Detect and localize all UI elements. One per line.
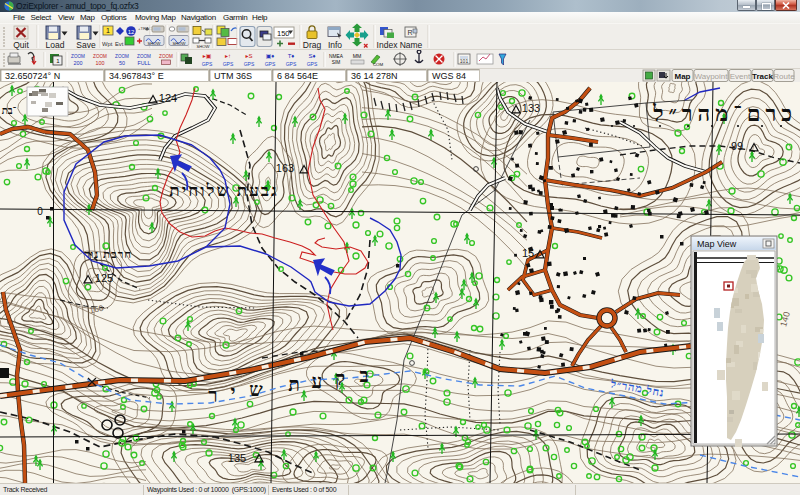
- svg-text:R: R: [407, 29, 412, 36]
- svg-text:ש: ש: [249, 379, 263, 400]
- svg-text:ZOOM: ZOOM: [137, 54, 151, 59]
- svg-text:Save: Save: [76, 40, 96, 50]
- svg-text:FULL: FULL: [137, 60, 150, 66]
- svg-text:ע: ע: [312, 371, 323, 392]
- svg-text:34.967843° E: 34.967843° E: [109, 71, 164, 81]
- svg-text:6 84 564E: 6 84 564E: [277, 71, 318, 81]
- svg-text:־בת: ־בת: [2, 105, 17, 116]
- svg-text:SHOW: SHOW: [196, 44, 209, 49]
- svg-text:GPS: GPS: [223, 61, 234, 67]
- svg-text:ZOOM: ZOOM: [71, 54, 85, 59]
- svg-text:GPS: GPS: [202, 61, 213, 67]
- svg-text:GPS: GPS: [307, 61, 318, 67]
- svg-text:Map View: Map View: [697, 239, 737, 249]
- svg-text:GPS: GPS: [244, 61, 255, 67]
- svg-text:י: י: [231, 382, 236, 403]
- svg-text:Map: Map: [675, 72, 691, 81]
- svg-text:0: 0: [37, 206, 43, 217]
- svg-text:ZOOM: ZOOM: [159, 54, 173, 59]
- svg-text:Waypoint: Waypoint: [694, 72, 728, 81]
- svg-text:SHOW: SHOW: [147, 41, 160, 46]
- svg-text:GPS: GPS: [286, 61, 297, 67]
- svg-text:ב: ב: [359, 365, 368, 386]
- svg-text:Quit: Quit: [13, 40, 29, 50]
- svg-text:▣♦: ▣♦: [266, 53, 275, 59]
- svg-text:MM: MM: [353, 53, 362, 59]
- svg-text:COM: COM: [373, 62, 384, 67]
- svg-text:50: 50: [119, 60, 125, 66]
- svg-text:גבעת שלוחית: גבעת שלוחית: [169, 181, 278, 200]
- svg-text:100: 100: [96, 60, 105, 66]
- svg-text:Drag: Drag: [303, 40, 322, 50]
- svg-text:Info: Info: [328, 40, 342, 50]
- svg-text:GPS: GPS: [265, 61, 276, 67]
- svg-text:Route: Route: [773, 72, 795, 81]
- svg-text:12: 12: [128, 29, 135, 35]
- svg-text:▸▣: ▸▣: [203, 53, 212, 59]
- svg-text:UTM 36S: UTM 36S: [214, 71, 252, 81]
- svg-text:Evt: Evt: [115, 41, 124, 47]
- svg-text:ת: ת: [288, 374, 300, 395]
- svg-text:Track: Track: [752, 72, 773, 81]
- svg-text:133: 133: [522, 102, 540, 114]
- svg-text:ZOOM: ZOOM: [93, 54, 107, 59]
- svg-text:Index: Index: [377, 40, 399, 50]
- svg-text:▸↑: ▸↑: [225, 53, 231, 59]
- svg-text:▸S: ▸S: [245, 53, 252, 59]
- svg-text:Load: Load: [46, 40, 65, 50]
- svg-text:WGS 84: WGS 84: [432, 71, 466, 81]
- svg-text:124: 124: [159, 92, 177, 104]
- svg-text:S♦: S♦: [308, 53, 315, 59]
- svg-text:NMEA: NMEA: [329, 54, 344, 59]
- svg-text:ק: ק: [335, 368, 345, 389]
- svg-text:36 14 278N: 36 14 278N: [351, 71, 398, 81]
- svg-text:15: 15: [522, 247, 534, 259]
- svg-text:150: 150: [277, 29, 290, 38]
- svg-text:99: 99: [731, 140, 743, 152]
- svg-text:200: 200: [74, 60, 83, 66]
- svg-text:SIM: SIM: [332, 60, 341, 65]
- svg-text:ר: ר: [208, 385, 217, 406]
- svg-text:Event: Event: [730, 72, 751, 81]
- svg-text:Wpt: Wpt: [102, 41, 113, 47]
- svg-text:Name: Name: [400, 40, 423, 50]
- svg-text:SHOW: SHOW: [172, 41, 185, 46]
- svg-text:ZOOM: ZOOM: [115, 54, 129, 59]
- svg-text:1: 1: [106, 27, 110, 34]
- svg-text:125: 125: [95, 272, 113, 284]
- svg-text:T♦: T♦: [288, 53, 295, 59]
- svg-text:כרם־מהר״ל: כרם־מהר״ל: [652, 101, 797, 126]
- svg-text:135: 135: [228, 452, 246, 464]
- svg-text:101: 101: [460, 58, 469, 64]
- svg-text:163: 163: [276, 162, 294, 174]
- svg-text:32.650724° N: 32.650724° N: [5, 71, 60, 81]
- svg-text:חרבת נור: חרבת נור: [84, 248, 132, 260]
